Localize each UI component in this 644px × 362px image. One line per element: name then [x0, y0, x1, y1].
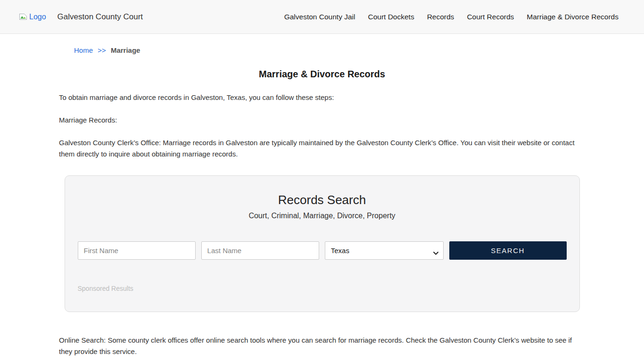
records-search-subtitle: Court, Criminal, Marriage, Divorce, Prop…: [78, 212, 567, 220]
records-search-title: Records Search: [78, 193, 567, 207]
nav-item-court-records[interactable]: Court Records: [467, 13, 514, 21]
breadcrumb-separator: >>: [98, 46, 106, 54]
state-select[interactable]: Texas: [325, 241, 444, 260]
main-content: Home >> Marriage Marriage & Divorce Reco…: [59, 46, 585, 362]
brand: Logo Galveston County Court: [19, 12, 143, 22]
main-nav: Galveston County Jail Court Dockets Reco…: [284, 13, 619, 21]
nav-item-court-dockets[interactable]: Court Dockets: [368, 13, 414, 21]
marriage-records-label: Marriage Records:: [59, 115, 585, 126]
site-header: Logo Galveston County Court Galveston Co…: [0, 0, 644, 34]
state-select-wrap: Texas: [325, 241, 444, 260]
nav-item-marriage-divorce-records[interactable]: Marriage & Divorce Records: [527, 13, 619, 21]
breadcrumb-home-link[interactable]: Home: [74, 46, 93, 54]
logo-broken-image-icon: [19, 13, 28, 21]
last-name-input[interactable]: [201, 241, 319, 260]
site-title: Galveston County Court: [58, 12, 143, 22]
first-name-input[interactable]: [78, 241, 196, 260]
clerk-office-paragraph: Galveston County Clerk’s Office: Marriag…: [59, 137, 585, 160]
logo-alt-text: Logo: [29, 13, 46, 21]
page-title: Marriage & Divorce Records: [59, 69, 585, 80]
breadcrumb-current: Marriage: [111, 46, 140, 54]
logo-link[interactable]: Logo: [19, 13, 46, 21]
breadcrumb: Home >> Marriage: [74, 46, 585, 54]
records-search-widget: Records Search Court, Criminal, Marriage…: [65, 175, 580, 312]
nav-item-galveston-county-jail[interactable]: Galveston County Jail: [284, 13, 355, 21]
records-search-form: Texas SEARCH: [78, 241, 567, 260]
intro-paragraph: To obtain marriage and divorce records i…: [59, 92, 585, 103]
nav-item-records[interactable]: Records: [427, 13, 454, 21]
online-search-paragraph: Online Search: Some county clerk offices…: [59, 335, 585, 357]
search-button[interactable]: SEARCH: [449, 241, 567, 260]
sponsored-results-label: Sponsored Results: [78, 285, 567, 292]
